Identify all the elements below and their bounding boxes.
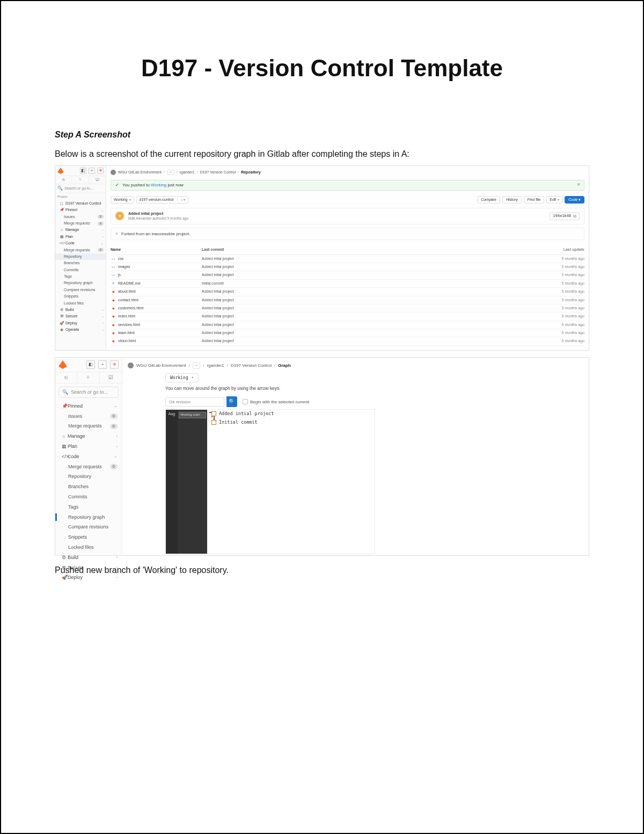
- breadcrumb-user[interactable]: rgander1: [180, 170, 195, 175]
- sidebar-secure[interactable]: ⛨Secure›: [55, 313, 106, 320]
- sidebar-mr2[interactable]: Merge requests0: [55, 462, 122, 472]
- table-row[interactable]: index.htmlAdded intial project5 months a…: [111, 313, 584, 321]
- sidebar-compare-revisions[interactable]: Compare revisions: [55, 287, 106, 293]
- file-last-commit[interactable]: Added intial project: [202, 298, 550, 302]
- sidebar-merge-requests[interactable]: Merge requests0: [55, 421, 122, 431]
- edit-dropdown[interactable]: Edit▾: [546, 196, 562, 204]
- file-name[interactable]: css: [118, 257, 124, 261]
- table-row[interactable]: customers.htmlAdded intial project5 mont…: [111, 304, 584, 313]
- file-last-commit[interactable]: Added intial project: [202, 289, 550, 294]
- file-last-commit[interactable]: Initial commit: [202, 281, 550, 286]
- table-row[interactable]: services.htmlAdded intial project5 month…: [111, 321, 584, 329]
- checkbox-icon[interactable]: [243, 399, 248, 404]
- commit-author[interactable]: Matt Alexander: [128, 216, 151, 220]
- code-dropdown-button[interactable]: Code ▾: [565, 196, 584, 204]
- file-last-commit[interactable]: Added intial project: [202, 331, 550, 335]
- todo-shortcut-icon[interactable]: ☑: [89, 176, 106, 184]
- table-row[interactable]: jsAdded intial project5 months ago: [111, 271, 584, 279]
- sidebar-commits[interactable]: Commits: [55, 267, 106, 273]
- file-name[interactable]: team.html: [118, 331, 135, 335]
- file-name[interactable]: js: [118, 273, 121, 277]
- table-row[interactable]: cssAdded intial project5 months ago: [111, 255, 584, 263]
- grid-menu-icon[interactable]: ⁜: [110, 360, 119, 369]
- close-icon[interactable]: ✕: [577, 182, 581, 187]
- file-last-commit[interactable]: Added intial project: [202, 339, 550, 343]
- sidebar-project-name[interactable]: ◻D197 Version Control: [55, 200, 106, 207]
- sidebar-snippets[interactable]: Snippets: [55, 293, 106, 300]
- sidebar-toggle-icon[interactable]: ◧: [80, 168, 86, 174]
- table-row[interactable]: vision.htmlAdded intial project5 months …: [111, 337, 584, 345]
- sidebar-mr2[interactable]: Merge requests0: [55, 247, 106, 253]
- breadcrumb-env[interactable]: WGU GitLab Environment: [118, 170, 162, 175]
- plus-icon[interactable]: +: [98, 360, 107, 369]
- sidebar-pinned[interactable]: 📌Pinned⌄: [55, 401, 122, 411]
- sidebar-toggle-icon[interactable]: ◧: [86, 360, 95, 369]
- find-file-button[interactable]: Find file: [524, 196, 545, 204]
- sidebar-tags[interactable]: Tags: [55, 502, 122, 512]
- file-name[interactable]: README.md: [118, 281, 141, 286]
- sidebar-build[interactable]: ⚙Build›: [55, 553, 122, 563]
- sidebar-branches[interactable]: Branches: [55, 482, 122, 492]
- commit-graph[interactable]: Aug Working main Added intial project In…: [165, 409, 375, 554]
- file-name[interactable]: contact.html: [118, 298, 138, 302]
- table-row[interactable]: contact.htmlAdded intial project5 months…: [111, 296, 584, 304]
- todo-shortcut-icon[interactable]: ☑: [100, 372, 122, 383]
- compare-button[interactable]: Compare: [477, 196, 500, 204]
- begin-with-commit-checkbox[interactable]: Begin with the selected commit: [243, 399, 309, 404]
- commit-hash[interactable]: 194e1b48⧉: [550, 212, 580, 221]
- notification-branch-link[interactable]: Working: [151, 183, 166, 187]
- search-revision-button[interactable]: 🔍: [226, 396, 237, 407]
- file-last-commit[interactable]: Added intial project: [202, 265, 550, 269]
- breadcrumb-user[interactable]: rgander1: [207, 363, 224, 368]
- sidebar-snippets[interactable]: Snippets: [55, 532, 122, 542]
- file-last-commit[interactable]: Added intial project: [202, 257, 550, 261]
- commit-node-icon[interactable]: [211, 411, 216, 416]
- file-last-commit[interactable]: Added intial project: [202, 323, 550, 327]
- commit-title[interactable]: Added intial project: [128, 212, 188, 216]
- search-input[interactable]: 🔍 Search or go to...: [55, 184, 106, 193]
- graph-commit-message[interactable]: Initial commit: [219, 419, 258, 425]
- merge-request-shortcut-icon[interactable]: ⑂: [77, 372, 99, 383]
- sidebar-pinned[interactable]: 📌Pinned⌄: [55, 207, 106, 213]
- file-name[interactable]: vision.html: [118, 339, 136, 343]
- file-name[interactable]: images: [118, 265, 130, 269]
- file-name[interactable]: customers.html: [118, 306, 143, 310]
- breadcrumb-project[interactable]: D197 Version Control: [200, 170, 236, 175]
- copy-icon[interactable]: ⧉: [573, 214, 576, 219]
- revision-input[interactable]: Git revision: [165, 397, 224, 407]
- sidebar-issues[interactable]: Issues0: [55, 214, 106, 220]
- sidebar-repository[interactable]: Repository: [55, 472, 122, 482]
- repo-path-dropdown[interactable]: d197-version-control/+ ▾: [136, 196, 189, 204]
- sidebar-manage[interactable]: ⌂Manage›: [55, 227, 106, 233]
- file-last-commit[interactable]: Added intial project: [202, 306, 550, 310]
- file-name[interactable]: services.html: [118, 323, 140, 327]
- sidebar-plan[interactable]: ▦Plan›: [55, 234, 106, 240]
- plus-icon[interactable]: +: [89, 168, 95, 174]
- sidebar-code[interactable]: </>Code⌄: [55, 452, 122, 462]
- breadcrumb-env[interactable]: WGU GitLab Environment: [136, 363, 186, 368]
- sidebar-issues[interactable]: Issues0: [55, 411, 122, 422]
- sidebar-repo-graph[interactable]: Repository graph: [55, 280, 106, 286]
- sidebar-tags[interactable]: Tags: [55, 273, 106, 280]
- sidebar-compare-revisions[interactable]: Compare revisions: [55, 522, 122, 532]
- sidebar-locked-files[interactable]: Locked files: [55, 300, 106, 307]
- breadcrumb-ellipsis[interactable]: ···: [167, 170, 174, 175]
- sidebar-deploy[interactable]: 🚀Deploy›: [55, 320, 106, 327]
- breadcrumb-ellipsis[interactable]: ···: [193, 362, 201, 369]
- table-row[interactable]: about.htmlAdded intial project5 months a…: [111, 288, 584, 296]
- merge-request-shortcut-icon[interactable]: ⑂: [72, 176, 89, 184]
- breadcrumb-project[interactable]: D197 Version Control: [231, 363, 272, 368]
- sidebar-repo-graph[interactable]: Repository graph: [55, 512, 122, 523]
- sidebar-repository[interactable]: Repository: [55, 253, 106, 260]
- sidebar-manage[interactable]: ⌂Manage›: [55, 431, 122, 441]
- history-button[interactable]: History: [502, 196, 522, 204]
- sidebar-operate[interactable]: ◉Operate›: [55, 327, 106, 333]
- branch-dropdown[interactable]: Working▾: [111, 196, 134, 204]
- file-name[interactable]: index.html: [118, 314, 135, 318]
- commit-node-icon[interactable]: [211, 420, 216, 425]
- issues-shortcut-icon[interactable]: ⎋: [55, 176, 72, 184]
- grid-menu-icon[interactable]: ⁜: [97, 168, 104, 174]
- issues-shortcut-icon[interactable]: ⎋: [55, 372, 77, 383]
- search-input[interactable]: 🔍 Search or go to...: [58, 387, 119, 398]
- sidebar-plan[interactable]: ▦Plan›: [55, 441, 122, 452]
